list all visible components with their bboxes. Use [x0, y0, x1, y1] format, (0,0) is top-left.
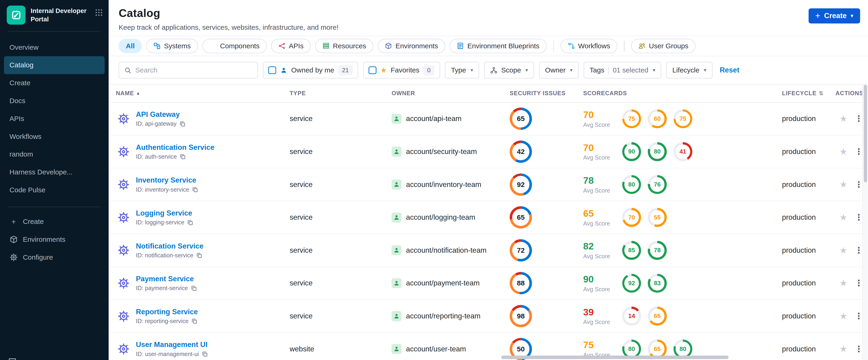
owner-name[interactable]: account/logging-team — [406, 213, 475, 221]
tab-systems[interactable]: Systems — [146, 39, 198, 53]
entity-name-link[interactable]: API Gateway — [136, 110, 185, 119]
harness-idp-logo-icon[interactable] — [7, 6, 26, 25]
scorecard-ring[interactable]: 41 — [674, 142, 692, 161]
owner-name[interactable]: account/security-team — [406, 148, 477, 156]
owner-name[interactable]: account/api-team — [406, 115, 462, 123]
favorite-star-button[interactable]: ★ — [839, 344, 847, 353]
security-issues-donut[interactable]: 88 — [510, 272, 532, 294]
owner-name[interactable]: account/inventory-team — [406, 180, 482, 189]
favorites-checkbox[interactable] — [369, 66, 376, 74]
favorite-star-button[interactable]: ★ — [839, 246, 847, 255]
tab-resources[interactable]: Resources — [315, 39, 373, 53]
owned-by-me-filter[interactable]: Owned by me 21 — [263, 62, 358, 79]
copy-icon[interactable] — [179, 121, 185, 127]
scorecard-ring[interactable]: 80 — [648, 142, 667, 161]
filter-scope-dropdown[interactable]: Scope▾ — [484, 62, 534, 79]
favorite-star-button[interactable]: ★ — [839, 114, 847, 123]
sidebar-item-random[interactable]: random — [4, 145, 105, 163]
scorecard-ring[interactable]: 92 — [622, 274, 641, 293]
owner-name[interactable]: account/reporting-team — [406, 312, 480, 320]
favorite-star-button[interactable]: ★ — [839, 312, 847, 321]
filter-owner-dropdown[interactable]: Owner▾ — [539, 62, 579, 79]
horizontal-scrollbar-thumb[interactable] — [501, 356, 728, 359]
sidebar-item-apis[interactable]: APIs — [4, 110, 105, 127]
scorecard-ring[interactable]: 65 — [648, 307, 667, 326]
scorecard-ring[interactable]: 75 — [674, 110, 692, 128]
apps-grid-icon[interactable] — [95, 8, 103, 17]
security-issues-donut[interactable]: 65 — [510, 206, 532, 229]
tab-apis[interactable]: APIs — [271, 39, 311, 53]
owner-name[interactable]: account/payment-team — [406, 279, 480, 287]
sidebar-item-docs[interactable]: Docs — [4, 92, 105, 110]
tab-components[interactable]: Components — [203, 39, 267, 53]
scorecard-ring[interactable]: 76 — [648, 175, 667, 194]
copy-icon[interactable] — [196, 252, 202, 258]
filter-tags-dropdown[interactable]: Tags01 selected▾ — [584, 62, 661, 79]
row-menu-kebab-icon[interactable]: ⋮ — [855, 246, 863, 254]
security-issues-donut[interactable]: 42 — [510, 141, 532, 163]
column-header-lifecycle[interactable]: LIFECYCLE⇅ — [782, 90, 836, 97]
scorecard-ring[interactable]: 78 — [648, 241, 667, 260]
scorecard-ring[interactable]: 80 — [622, 175, 641, 194]
sidebar-footer-item[interactable] — [8, 357, 17, 360]
sidebar-bottom-item-create[interactable]: +Create — [4, 213, 105, 231]
create-button[interactable]: + Create ▾ — [809, 8, 860, 24]
sidebar-bottom-item-environments[interactable]: Environments — [4, 231, 105, 248]
owner-name[interactable]: account/user-team — [406, 345, 466, 353]
copy-icon[interactable] — [187, 219, 193, 226]
tab-user-groups[interactable]: User Groups — [631, 39, 695, 53]
reset-filters-link[interactable]: Reset — [720, 66, 739, 74]
column-header-name[interactable]: NAME▲ — [116, 90, 290, 97]
security-issues-donut[interactable]: 98 — [510, 305, 532, 327]
sidebar-item-create[interactable]: Create — [4, 74, 105, 92]
favorites-filter[interactable]: ★ Favorites 0 — [363, 62, 440, 79]
scorecard-ring[interactable]: 14 — [622, 307, 641, 326]
security-issues-donut[interactable]: 65 — [510, 108, 532, 130]
sidebar-item-harness-develope[interactable]: Harness Develope... — [4, 163, 105, 181]
tab-all[interactable]: All — [119, 39, 142, 53]
copy-icon[interactable] — [192, 186, 198, 192]
row-menu-kebab-icon[interactable]: ⋮ — [855, 279, 863, 287]
tab-environments[interactable]: Environments — [378, 39, 445, 53]
filter-lifecycle-dropdown[interactable]: Lifecycle▾ — [666, 62, 713, 79]
column-header-type[interactable]: TYPE — [290, 90, 392, 97]
row-menu-kebab-icon[interactable]: ⋮ — [855, 213, 863, 221]
tab-environment-blueprints[interactable]: Environment Blueprints — [450, 39, 546, 53]
row-menu-kebab-icon[interactable]: ⋮ — [855, 180, 863, 189]
row-menu-kebab-icon[interactable]: ⋮ — [855, 148, 863, 156]
copy-icon[interactable] — [191, 285, 197, 291]
column-header-scorecards[interactable]: SCORECARDS — [583, 90, 782, 97]
favorite-star-button[interactable]: ★ — [839, 180, 847, 189]
sidebar-item-code-pulse[interactable]: Code Pulse — [4, 181, 105, 199]
row-menu-kebab-icon[interactable]: ⋮ — [855, 345, 863, 353]
scorecard-ring[interactable]: 83 — [648, 274, 667, 293]
tab-workflows[interactable]: Workflows — [560, 39, 617, 53]
entity-name-link[interactable]: Reporting Service — [136, 308, 198, 316]
copy-icon[interactable] — [180, 153, 186, 159]
security-issues-donut[interactable]: 72 — [510, 239, 532, 262]
entity-name-link[interactable]: User Management UI — [136, 340, 208, 349]
vertical-scrollbar[interactable] — [862, 83, 868, 360]
entity-name-link[interactable]: Inventory Service — [136, 176, 198, 184]
row-menu-kebab-icon[interactable]: ⋮ — [855, 115, 863, 123]
column-header-owner[interactable]: OWNER — [392, 90, 510, 97]
favorite-star-button[interactable]: ★ — [839, 213, 847, 222]
entity-name-link[interactable]: Logging Service — [136, 209, 193, 217]
security-issues-donut[interactable]: 92 — [510, 174, 532, 196]
search-input[interactable] — [135, 66, 252, 74]
entity-name-link[interactable]: Notification Service — [136, 242, 204, 250]
entity-name-link[interactable]: Payment Service — [136, 275, 197, 283]
filter-type-dropdown[interactable]: Type▾ — [445, 62, 479, 79]
column-header-actions[interactable]: ACTIONS — [836, 90, 863, 97]
row-menu-kebab-icon[interactable]: ⋮ — [855, 312, 863, 320]
copy-icon[interactable] — [191, 318, 197, 324]
scorecard-ring[interactable]: 75 — [622, 110, 641, 128]
sidebar-item-workflows[interactable]: Workflows — [4, 127, 105, 145]
scorecard-ring[interactable]: 70 — [622, 208, 641, 227]
vertical-scrollbar-thumb[interactable] — [864, 85, 867, 182]
sidebar-bottom-item-configure[interactable]: Configure — [4, 248, 105, 266]
sidebar-item-overview[interactable]: Overview — [4, 38, 105, 56]
entity-name-link[interactable]: Authentication Service — [136, 143, 214, 152]
copy-icon[interactable] — [202, 351, 208, 357]
owned-by-me-checkbox[interactable] — [268, 66, 276, 74]
